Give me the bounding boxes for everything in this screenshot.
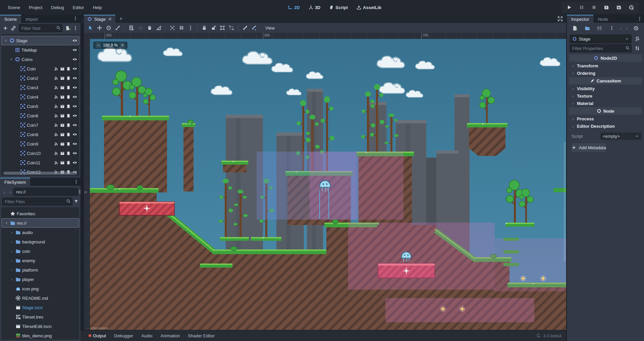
skeleton-menu-button[interactable] — [250, 24, 258, 32]
inspector-section[interactable]: › Process — [569, 115, 642, 122]
viewport-hscrollbar[interactable] — [91, 327, 109, 329]
history-forward-icon[interactable]: › — [626, 25, 628, 31]
script-icon[interactable] — [66, 113, 71, 118]
visibility-eye-icon[interactable] — [72, 132, 77, 137]
script-icon[interactable] — [66, 76, 71, 80]
zoom-level[interactable]: 188.8 % — [103, 43, 118, 48]
bottom-panel-button[interactable]: Debugger — [111, 332, 137, 340]
script-icon[interactable] — [66, 141, 71, 146]
sort-files-icon[interactable] — [74, 199, 78, 204]
bottom-panel-button[interactable]: Shader Editor — [184, 332, 218, 340]
dock-splitter-handle[interactable]: ⋮⋮ — [80, 15, 84, 341]
snap-options-menu[interactable] — [186, 24, 195, 32]
visibility-eye-icon[interactable] — [72, 94, 77, 100]
bottom-panel-button[interactable]: Animation — [157, 332, 183, 340]
open-docs-icon[interactable] — [633, 35, 641, 43]
visibility-eye-icon[interactable] — [72, 57, 77, 62]
menu-button[interactable]: Scene — [3, 4, 24, 11]
edit-history-icon[interactable] — [632, 24, 640, 32]
visibility-eye-icon[interactable] — [72, 141, 77, 147]
play-scene-button[interactable] — [604, 5, 609, 10]
instanced-scene-icon[interactable] — [60, 85, 65, 90]
dock-menu-icon[interactable] — [635, 15, 644, 23]
expand-arrow-icon[interactable]: › — [10, 249, 14, 253]
dock-tab[interactable]: Scene — [0, 15, 21, 23]
filter-files-input[interactable] — [2, 197, 72, 206]
scene-tree-row[interactable]: Coin — [1, 64, 79, 73]
save-resource-icon[interactable] — [595, 24, 603, 32]
visibility-eye-icon[interactable] — [72, 66, 77, 71]
edited-node-selector[interactable]: Stage — [570, 35, 632, 43]
signal-connections-icon[interactable] — [54, 123, 59, 127]
file-tree-row[interactable]: README.md — [1, 293, 79, 303]
coin-sprite[interactable] — [520, 276, 526, 282]
inspector-section[interactable]: › Transform — [569, 62, 642, 69]
file-tree-row[interactable]: › coin — [1, 246, 79, 256]
attach-script-button[interactable] — [65, 25, 70, 31]
script-icon[interactable] — [66, 66, 71, 71]
instanced-scene-icon[interactable] — [60, 123, 65, 127]
toggle-smart-snap[interactable] — [168, 24, 176, 32]
dock-tab[interactable]: Inspector — [567, 15, 593, 23]
dock-tab[interactable]: Import — [21, 15, 42, 23]
tool-select[interactable] — [87, 24, 95, 32]
script-icon[interactable] — [66, 104, 71, 109]
distraction-free-icon[interactable] — [557, 15, 563, 23]
context-switch-button[interactable]: 2D — [288, 5, 300, 10]
file-tree-row[interactable]: › audio — [1, 228, 79, 237]
skeleton-options-button[interactable] — [241, 24, 249, 32]
coin-sprite[interactable] — [540, 276, 546, 282]
expand-arrow-icon[interactable]: › — [10, 277, 14, 281]
script-icon[interactable] — [66, 85, 71, 90]
add-metadata-button[interactable]: Add Metadata — [572, 143, 606, 152]
inspector-section[interactable]: Node2D — [569, 54, 642, 62]
file-tree-row[interactable]: Stage.tscn — [1, 303, 79, 312]
context-switch-button[interactable]: Script — [329, 5, 348, 10]
inspector-section[interactable]: Node — [569, 107, 642, 115]
signal-connections-icon[interactable] — [54, 160, 59, 165]
zoom-in-button[interactable]: + — [120, 43, 125, 48]
toggle-grid-snap[interactable] — [177, 24, 185, 32]
instanced-scene-icon[interactable] — [60, 141, 65, 146]
tool-rotate[interactable] — [105, 24, 113, 32]
file-tree-row[interactable]: › background — [1, 237, 79, 246]
script-icon[interactable] — [66, 151, 71, 156]
unlock-node-button[interactable] — [209, 24, 217, 32]
file-tree-row[interactable]: › platform — [1, 265, 79, 275]
file-tree-row[interactable]: TilesetEdit.tscn — [1, 322, 79, 331]
script-icon[interactable] — [66, 95, 71, 99]
history-back-icon[interactable]: ‹ — [620, 25, 622, 31]
file-tree-row[interactable]: › enemy — [1, 256, 79, 265]
resource-menu-icon[interactable] — [608, 24, 616, 32]
scene-tree-row[interactable]: Coin10 — [1, 149, 79, 158]
signal-connections-icon[interactable] — [54, 85, 59, 90]
close-tab-icon[interactable]: ✕ — [108, 16, 112, 22]
dock-menu-icon[interactable] — [72, 178, 80, 186]
ungroup-node-button[interactable] — [227, 24, 235, 32]
inspector-section[interactable]: › Editor Description — [569, 122, 642, 130]
scene-tree-hscrollbar[interactable] — [3, 172, 77, 175]
movie-writer-button[interactable] — [629, 5, 634, 10]
visibility-eye-icon[interactable] — [72, 38, 77, 43]
scene-tree-row[interactable]: Coin9 — [1, 139, 79, 149]
visibility-eye-icon[interactable] — [72, 104, 77, 109]
dock-tab-filesystem[interactable]: FileSystem — [0, 178, 30, 186]
horizontal-ruler[interactable]: 250 500 750 — [90, 33, 566, 39]
scene-tree-row[interactable]: ˅ Coins — [1, 55, 79, 64]
expand-arrow-icon[interactable]: ˅ — [4, 39, 8, 43]
file-tree-row[interactable]: › player — [1, 275, 79, 284]
visibility-eye-icon[interactable] — [72, 151, 77, 156]
dock-menu-icon[interactable] — [71, 16, 80, 21]
bottom-panel-button[interactable]: Output — [85, 332, 109, 340]
visibility-eye-icon[interactable] — [72, 160, 77, 165]
history-back-icon[interactable]: ‹ — [2, 189, 6, 195]
signal-connections-icon[interactable] — [54, 151, 59, 156]
script-icon[interactable] — [66, 132, 71, 137]
dock-tab[interactable]: Node — [593, 15, 612, 23]
play-custom-scene-button[interactable] — [616, 5, 622, 10]
instanced-scene-icon[interactable] — [60, 132, 65, 137]
coin-sprite[interactable] — [459, 306, 465, 312]
script-value-dropdown[interactable]: <empty> — [600, 132, 641, 140]
group-node-button[interactable] — [218, 24, 226, 32]
signal-connections-icon[interactable] — [54, 76, 59, 80]
